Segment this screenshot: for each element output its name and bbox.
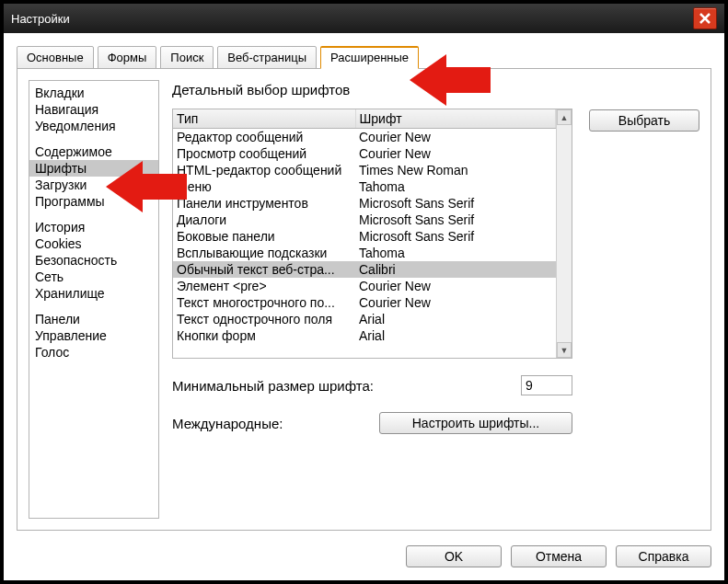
tab-2[interactable]: Поиск xyxy=(160,46,214,69)
configure-fonts-button[interactable]: Настроить шрифты... xyxy=(379,412,572,434)
cell-font: Arial xyxy=(355,327,556,344)
select-button[interactable]: Выбрать xyxy=(589,109,699,132)
sidebar-item[interactable]: Cookies xyxy=(29,235,158,252)
help-button[interactable]: Справка xyxy=(616,545,711,567)
table-row[interactable]: Просмотр сообщенийCourier New xyxy=(173,145,556,162)
min-font-size-row: Минимальный размер шрифта: xyxy=(172,375,572,395)
sidebar-item[interactable]: Хранилище xyxy=(29,285,158,302)
tab-0[interactable]: Основные xyxy=(17,46,94,69)
table-row[interactable]: HTML-редактор сообщенийTimes New Roman xyxy=(173,162,556,178)
dialog-footer: OK Отмена Справка xyxy=(4,536,724,580)
sidebar-item[interactable]: Голос xyxy=(29,344,158,361)
sidebar-item[interactable]: Сеть xyxy=(29,269,158,285)
cell-type: Редактор сообщений xyxy=(173,129,355,146)
tab-3[interactable]: Веб-страницы xyxy=(217,46,317,69)
cell-type: Элемент <pre> xyxy=(173,278,355,294)
sidebar-item[interactable]: Загрузки xyxy=(29,177,158,193)
international-label: Международные: xyxy=(172,416,370,431)
scroll-up-icon[interactable]: ▲ xyxy=(557,109,572,125)
tabstrip: ОсновныеФормыПоискВеб-страницыРасширенны… xyxy=(17,46,711,69)
settings-dialog: Настройки ОсновныеФормыПоискВеб-страницы… xyxy=(0,0,728,584)
main-column: Детальный выбор шрифтов Тип Шрифт xyxy=(172,80,572,519)
section-heading: Детальный выбор шрифтов xyxy=(172,82,572,97)
right-column: Выбрать xyxy=(589,80,699,519)
cell-font: Tahoma xyxy=(355,178,556,195)
cell-font: Courier New xyxy=(355,278,556,294)
sidebar-separator xyxy=(29,210,158,219)
table-row[interactable]: Всплывающие подсказкиTahoma xyxy=(173,245,556,261)
table-row[interactable]: Текст многострочного по...Courier New xyxy=(173,294,556,311)
close-icon xyxy=(699,12,711,25)
table-row[interactable]: Кнопки формArial xyxy=(173,327,556,344)
sidebar-item[interactable]: Навигация xyxy=(29,101,158,118)
cell-type: Просмотр сообщений xyxy=(173,145,355,162)
sidebar-item[interactable]: Шрифты xyxy=(29,160,158,177)
font-table: Тип Шрифт Редактор сообщенийCourier NewП… xyxy=(172,109,572,359)
cell-font: Courier New xyxy=(355,294,556,311)
sidebar-item[interactable]: Программы xyxy=(29,193,158,210)
cell-font: Microsoft Sans Serif xyxy=(355,212,556,228)
table-row[interactable]: Редактор сообщенийCourier New xyxy=(173,129,556,146)
col-header-font[interactable]: Шрифт xyxy=(355,109,556,129)
cell-font: Microsoft Sans Serif xyxy=(355,195,556,212)
sidebar-item[interactable]: Содержимое xyxy=(29,143,158,160)
cell-type: Всплывающие подсказки xyxy=(173,245,355,261)
cell-font: Tahoma xyxy=(355,245,556,261)
cell-type: Диалоги xyxy=(173,212,355,228)
cell-type: Кнопки форм xyxy=(173,327,355,344)
table-row[interactable]: МенюTahoma xyxy=(173,178,556,195)
table-row[interactable]: Обычный текст веб-стра...Calibri xyxy=(173,261,556,278)
cell-font: Microsoft Sans Serif xyxy=(355,228,556,245)
table-row[interactable]: Панели инструментовMicrosoft Sans Serif xyxy=(173,195,556,212)
tab-1[interactable]: Формы xyxy=(98,46,157,69)
cell-type: Боковые панели xyxy=(173,228,355,245)
main-content: Детальный выбор шрифтов Тип Шрифт xyxy=(172,80,699,519)
tab-4[interactable]: Расширенные xyxy=(320,46,419,69)
cell-type: HTML-редактор сообщений xyxy=(173,162,355,178)
col-header-type[interactable]: Тип xyxy=(173,109,355,129)
cell-type: Обычный текст веб-стра... xyxy=(173,261,355,278)
window-title: Настройки xyxy=(11,12,693,26)
sidebar-item[interactable]: Вкладки xyxy=(29,85,158,101)
cell-type: Меню xyxy=(173,178,355,195)
min-font-size-input[interactable] xyxy=(521,375,572,395)
sidebar: ВкладкиНавигацияУведомленияСодержимоеШри… xyxy=(29,80,159,519)
table-scrollbar[interactable]: ▲ ▼ xyxy=(556,109,572,358)
min-font-size-label: Минимальный размер шрифта: xyxy=(172,378,512,394)
cancel-button[interactable]: Отмена xyxy=(511,545,607,567)
titlebar: Настройки xyxy=(4,4,724,33)
sidebar-separator xyxy=(29,134,158,143)
cell-font: Courier New xyxy=(355,145,556,162)
cell-font: Calibri xyxy=(355,261,556,278)
scroll-down-icon[interactable]: ▼ xyxy=(557,342,572,358)
close-button[interactable] xyxy=(693,7,717,29)
table-row[interactable]: Текст однострочного поляArial xyxy=(173,311,556,327)
cell-type: Текст однострочного поля xyxy=(173,311,355,327)
sidebar-item[interactable]: Уведомления xyxy=(29,118,158,134)
ok-button[interactable]: OK xyxy=(406,545,502,567)
table-row[interactable]: Боковые панелиMicrosoft Sans Serif xyxy=(173,228,556,245)
sidebar-item[interactable]: Управление xyxy=(29,327,158,344)
cell-type: Панели инструментов xyxy=(173,195,355,212)
cell-font: Times New Roman xyxy=(355,162,556,178)
sidebar-separator xyxy=(29,302,158,311)
table-row[interactable]: Элемент <pre>Courier New xyxy=(173,278,556,294)
cell-font: Courier New xyxy=(355,129,556,146)
sidebar-item[interactable]: Безопасность xyxy=(29,252,158,269)
sidebar-item[interactable]: Панели xyxy=(29,311,158,327)
sidebar-item[interactable]: История xyxy=(29,219,158,235)
scroll-track[interactable] xyxy=(557,125,572,342)
table-row[interactable]: ДиалогиMicrosoft Sans Serif xyxy=(173,212,556,228)
dialog-body: ОсновныеФормыПоискВеб-страницыРасширенны… xyxy=(4,33,724,536)
cell-font: Arial xyxy=(355,311,556,327)
cell-type: Текст многострочного по... xyxy=(173,294,355,311)
international-row: Международные: Настроить шрифты... xyxy=(172,412,572,434)
tab-panel-advanced: ВкладкиНавигацияУведомленияСодержимоеШри… xyxy=(17,68,711,531)
